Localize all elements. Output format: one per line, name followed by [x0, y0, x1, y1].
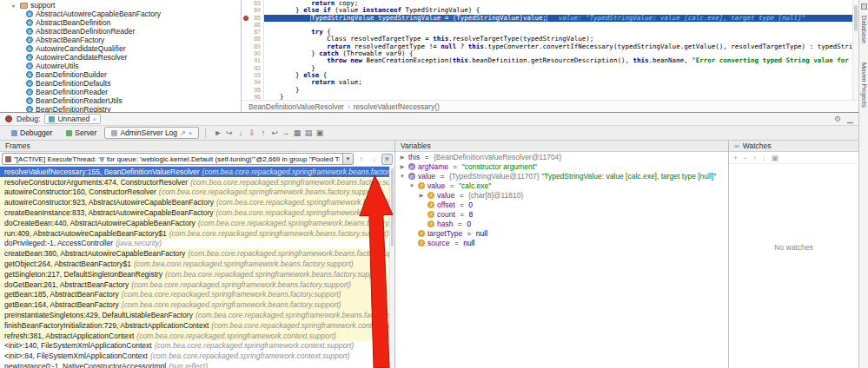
frame-row[interactable]: newInstance0:-1, NativeConstructorAccess… [0, 361, 394, 368]
add-watch-icon[interactable]: + [733, 154, 738, 162]
session-close-icon[interactable]: × [92, 115, 96, 123]
variable-row[interactable]: ▶fvalue = {char[8]@11810} [395, 190, 728, 200]
step-into-icon[interactable]: ↓ [235, 128, 246, 137]
scrollbar-thumb[interactable] [854, 5, 858, 31]
tool-stripe-grid-icon[interactable] [861, 3, 867, 10]
previous-frame-icon[interactable]: ↑ [355, 154, 367, 165]
editor[interactable]: 83 return copy;84 } else if (value insta… [242, 0, 858, 112]
variable-row[interactable]: ftargetType = null [395, 228, 728, 238]
code-line[interactable]: 91 throw new BeanCreationException(this.… [242, 57, 858, 64]
frame-row[interactable]: doCreateBean:440, AbstractAutowireCapabl… [0, 218, 394, 228]
frame-row[interactable]: resolveValueIfNecessary:155, BeanDefinit… [0, 167, 394, 177]
variable-row[interactable]: ▶pargName = "constructor argument" [395, 161, 728, 171]
frame-row[interactable]: run:409, AbstractAutowireCapableBeanFact… [0, 228, 394, 239]
hide-library-frames-filter-icon[interactable]: ▼ [381, 154, 393, 165]
tree-root-row[interactable]: ▾ support [0, 1, 241, 10]
tree-item[interactable]: cAbstractBeanFactory [0, 36, 241, 44]
variables-list[interactable]: ▶this = {BeanDefinitionValueResolver@117… [395, 152, 728, 368]
tree-item[interactable]: cBeanDefinitionReaderUtils [0, 96, 241, 105]
thread-dump-icon[interactable]: ▤ [302, 128, 314, 137]
frames-scrollbar[interactable] [389, 167, 394, 368]
frame-row[interactable]: doGetBean:261, AbstractBeanFactory(com.b… [0, 279, 394, 290]
frames-scrollbar-thumb[interactable] [391, 168, 394, 246]
step-over-icon[interactable]: ↪ [223, 128, 235, 137]
tree-item[interactable]: cBeanDefinitionReader [0, 88, 241, 96]
session-tab[interactable]: Unnamed × [44, 114, 101, 124]
close-tab-icon[interactable]: × [189, 129, 193, 137]
breadcrumb-method[interactable]: resolveValueIfNecessary() [354, 102, 440, 111]
code-line[interactable]: 95 } [242, 87, 858, 94]
expand-icon[interactable]: ▶ [399, 163, 406, 169]
expand-icon[interactable]: ▶ [399, 154, 406, 160]
frame-row[interactable]: getBean:185, AbstractBeanFactory(com.bea… [0, 290, 394, 300]
frame-row[interactable]: refresh:381, AbstractApplicationContext(… [0, 331, 394, 341]
frame-row[interactable]: doPrivileged:-1, AccessController(java.s… [0, 239, 394, 249]
dropdown-arrow-icon[interactable]: ▼ [342, 154, 353, 164]
restore-layout-icon[interactable]: ▣ [314, 128, 325, 137]
expand-icon[interactable]: ▶ [418, 192, 425, 198]
tree-item[interactable]: cAbstractBeanDefinition [0, 18, 241, 27]
variable-row[interactable]: ▼pvalue = {TypedStringValue@11707} "Type… [395, 171, 728, 181]
code-line[interactable]: 94 return value; [242, 79, 858, 86]
breakpoint-icon[interactable] [243, 16, 248, 21]
collapse-icon[interactable]: ▼ [408, 183, 415, 188]
code-line[interactable]: 96 } [242, 94, 858, 100]
frame-row[interactable]: autowireConstructor:160, ConstructorReso… [0, 187, 394, 198]
run-to-cursor-icon[interactable]: → [280, 128, 291, 137]
tree-item[interactable]: cBeanDefinitionRegistry [0, 105, 241, 112]
variable-row[interactable]: ▼fvalue = "calc.exe" [395, 181, 728, 190]
variable-row[interactable]: fhash = 0 [395, 219, 728, 228]
variable-row[interactable]: ▶this = {BeanDefinitionValueResolver@117… [395, 152, 728, 161]
step-out-icon[interactable]: ↑ [257, 128, 268, 137]
frames-list[interactable]: resolveValueIfNecessary:155, BeanDefinit… [0, 167, 394, 368]
move-down-icon[interactable]: ↓ [762, 154, 766, 162]
frame-row[interactable]: getObject:264, AbstractBeanFactory$1(com… [0, 259, 394, 269]
editor-scrollbar[interactable] [852, 0, 858, 100]
code-line[interactable]: 83 return copy; [242, 0, 858, 7]
variable-row[interactable]: foffset = 0 [395, 200, 728, 209]
float-window-icon[interactable]: ↗ [180, 129, 186, 137]
tab-server[interactable]: Server [60, 127, 103, 139]
frame-row[interactable]: <init>:84, FileSystemXmlApplicationConte… [0, 351, 394, 361]
variable-row[interactable]: fcount = 8 [395, 209, 728, 219]
copy-icon[interactable]: ▣ [772, 154, 779, 162]
move-up-icon[interactable]: ↑ [753, 154, 758, 162]
settings-gear-icon[interactable]: ⚙ [834, 115, 841, 123]
tree-item[interactable]: cBeanDefinitionDefaults [0, 79, 241, 88]
tab-debugger[interactable]: Debugger [5, 127, 58, 139]
frame-row[interactable]: preInstantiateSingletons:429, DefaultLis… [0, 310, 394, 320]
evaluate-expression-icon[interactable]: ▦ [291, 128, 302, 137]
frame-row[interactable]: createBean:380, AbstractAutowireCapableB… [0, 248, 394, 259]
force-step-into-icon[interactable]: ⇩ [246, 128, 257, 137]
stripe-label-maven-projects[interactable]: Maven Projects [860, 62, 868, 108]
tree-item[interactable]: cAutowireCandidateResolver [0, 53, 241, 62]
code-line[interactable]: 89 return resolvedTargetType != null ? t… [242, 43, 858, 50]
frame-row[interactable]: resolveConstructorArguments:474, Constru… [0, 177, 394, 187]
code-line[interactable]: 92 } [242, 65, 858, 72]
frame-row[interactable]: createBeanInstance:833, AbstractAutowire… [0, 207, 394, 218]
code-line[interactable]: 87 try { [242, 29, 858, 36]
show-execution-point-icon[interactable]: ► [212, 128, 223, 137]
frame-row[interactable]: getBean:164, AbstractBeanFactory(com.bea… [0, 299, 394, 310]
breadcrumb-class[interactable]: BeanDefinitionValueResolver [248, 102, 344, 111]
drop-frame-icon[interactable]: ↩ [268, 128, 280, 137]
tree-item[interactable]: cAutowireUtils [0, 62, 241, 70]
frame-row[interactable]: autowireConstructor:923, AbstractAutowir… [0, 197, 394, 207]
code-line[interactable]: 86 [242, 22, 858, 29]
remove-watch-icon[interactable]: − [743, 154, 747, 162]
code-line[interactable]: 88 Class resolvedTargetType = this.resol… [242, 36, 858, 43]
code-line[interactable]: 90 } catch (Throwable var9) { [242, 50, 858, 57]
stripe-label-database[interactable]: Database [860, 16, 868, 43]
frame-row[interactable]: getSingleton:217, DefaultSingletonBeanRe… [0, 269, 394, 279]
variable-row[interactable]: fsource = null [395, 238, 728, 247]
frame-row[interactable]: <init>:140, FileSystemXmlApplicationCont… [0, 341, 394, 352]
code-line[interactable]: 85 TypedStringValue typedStringValue = (… [242, 15, 858, 22]
thread-selector[interactable]: "[ACTIVE] ExecuteThread: '9' for queue: … [2, 153, 354, 165]
code-line[interactable]: 84 } else if (value instanceof TypedStri… [242, 7, 858, 14]
tree-item[interactable]: cBeanDefinitionBuilder [0, 70, 241, 79]
next-frame-icon[interactable]: ↓ [368, 154, 380, 165]
chevron-down-icon[interactable]: ▾ [12, 3, 17, 9]
tree-item[interactable]: cAbstractBeanDefinitionReader [0, 27, 241, 36]
tree-item[interactable]: cAutowireCandidateQualifier [0, 44, 241, 53]
code-area[interactable]: 83 return copy;84 } else if (value insta… [242, 0, 858, 100]
